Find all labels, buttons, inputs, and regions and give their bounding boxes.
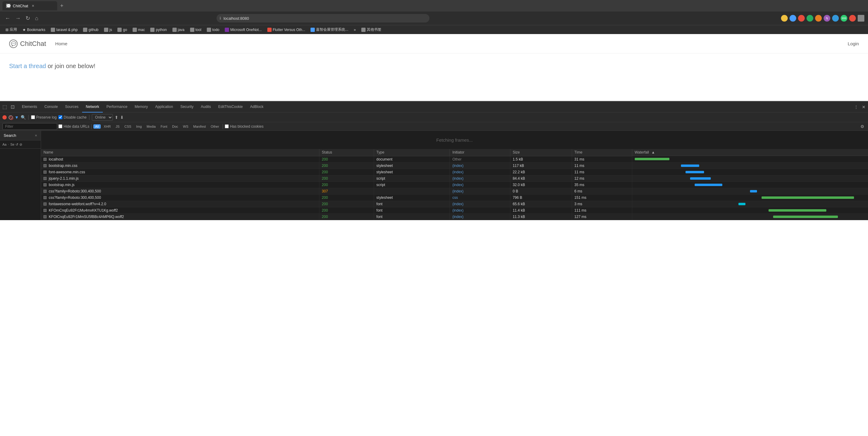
bookmark-todo[interactable]: todo [205, 27, 222, 33]
tab-application[interactable]: Application [151, 101, 177, 113]
col-initiator[interactable]: Initiator [450, 149, 510, 156]
bookmark-tool[interactable]: tool [188, 27, 204, 33]
bookmark-github[interactable]: github [81, 27, 101, 33]
col-type[interactable]: Type [374, 149, 450, 156]
table-row[interactable]: localhost 200 document Other 1.5 kB 31 m… [41, 156, 868, 162]
throttle-select[interactable]: Online [92, 114, 113, 121]
tab-elements[interactable]: Elements [18, 101, 41, 113]
table-row[interactable]: jquery-2.1.1.min.js 200 script (index) 8… [41, 175, 868, 182]
address-input[interactable]: ℹ localhost:8080 [217, 14, 429, 23]
forward-button[interactable]: → [14, 14, 22, 23]
has-blocked-cookies-label[interactable]: Has blocked cookies [225, 124, 264, 129]
col-status[interactable]: Status [319, 149, 374, 156]
record-button[interactable] [2, 115, 7, 120]
filter-input[interactable] [2, 123, 57, 130]
bookmark-flutter[interactable]: Flutter Versus Oth... [265, 27, 308, 33]
settings-button[interactable]: ⚙ [859, 123, 866, 129]
initiator-link[interactable]: css [452, 195, 458, 200]
sidebar-stop-button[interactable]: ⊘ [20, 143, 22, 147]
sidebar-btn-2[interactable]: Se [10, 143, 14, 146]
bookmark-more[interactable]: » [351, 27, 358, 33]
tab-performance[interactable]: Performance [103, 101, 131, 113]
extension-icon-3[interactable] [798, 15, 805, 22]
initiator-link[interactable]: (index) [452, 215, 464, 219]
bookmark-bookmarks[interactable]: ★ Bookmarks [20, 27, 48, 33]
bookmark-java[interactable]: java [170, 27, 187, 33]
start-thread-link[interactable]: Start a thread [9, 63, 46, 69]
hide-data-urls-label[interactable]: Hide data URLs [58, 124, 89, 129]
tab-console[interactable]: Console [41, 101, 61, 113]
filter-ws-button[interactable]: WS [181, 124, 190, 129]
filter-font-button[interactable]: Font [159, 124, 169, 129]
col-name[interactable]: Name [41, 149, 319, 156]
nav-home-link[interactable]: Home [55, 41, 67, 46]
sidebar-close-button[interactable]: × [35, 133, 37, 138]
devtools-inspect-button[interactable]: ⬚ [1, 103, 8, 111]
preserve-log-label[interactable]: Preserve log [31, 115, 57, 120]
table-row[interactable]: KFOlCnqEu92Fr1MmSU5fBBc4AMP6lQ.woff2 200… [41, 213, 868, 220]
col-time[interactable]: Time [572, 149, 632, 156]
table-row[interactable]: css?family=Roboto:300,400,500 200 styles… [41, 194, 868, 201]
initiator-link[interactable]: (index) [452, 208, 464, 213]
table-row[interactable]: css?family=Roboto:300,400,500 307 (index… [41, 188, 868, 194]
tab-memory[interactable]: Memory [131, 101, 151, 113]
filter-media-button[interactable]: Media [145, 124, 158, 129]
tab-adblock[interactable]: AdBlock [246, 101, 267, 113]
search-button[interactable]: 🔍 [21, 115, 26, 120]
bookmark-go[interactable]: go [115, 27, 129, 33]
bookmark-other[interactable]: 其他书签 [359, 27, 384, 33]
tab-editthiscookie[interactable]: EditThisCookie [215, 101, 247, 113]
disable-cache-checkbox[interactable] [58, 115, 62, 119]
user-avatar[interactable] [858, 15, 864, 22]
table-row[interactable]: font-awesome.min.css 200 stylesheet (ind… [41, 169, 868, 175]
sidebar-refresh-button[interactable]: ↺ [16, 143, 18, 147]
initiator-link[interactable]: (index) [452, 170, 464, 174]
has-blocked-cookies-checkbox[interactable] [225, 124, 229, 128]
bookmark-jiazhi[interactable]: 嘉智会展管理系统... [308, 27, 351, 33]
extension-icon-4[interactable] [807, 15, 813, 22]
devtools-more-button[interactable]: ⋮ [853, 104, 860, 110]
devtools-close-button[interactable]: ✕ [861, 104, 867, 110]
filter-other-button[interactable]: Other [209, 124, 221, 129]
bookmark-js[interactable]: js [101, 27, 115, 33]
filter-manifest-button[interactable]: Manifest [191, 124, 208, 129]
back-button[interactable]: ← [4, 14, 11, 23]
hide-data-urls-checkbox[interactable] [58, 124, 62, 128]
bookmark-python[interactable]: python [148, 27, 169, 33]
extension-icon-5[interactable] [815, 15, 822, 22]
filter-css-button[interactable]: CSS [123, 124, 133, 129]
col-size[interactable]: Size [510, 149, 572, 156]
nav-login-link[interactable]: Login [848, 41, 859, 46]
bookmark-apps[interactable]: ⊞ 应用 [3, 27, 20, 33]
bookmark-laravel[interactable]: laravel & php [49, 27, 80, 33]
initiator-link[interactable]: (index) [452, 183, 464, 187]
filter-doc-button[interactable]: Doc [170, 124, 180, 129]
extension-icon-8[interactable]: 999 [841, 15, 847, 22]
tab-security[interactable]: Security [177, 101, 197, 113]
table-row[interactable]: bootstrap.min.js 200 script (index) 32.0… [41, 182, 868, 188]
new-tab-button[interactable]: + [58, 3, 65, 9]
font-size-button[interactable]: Aa [2, 143, 6, 146]
reload-button[interactable]: ↻ [24, 14, 31, 23]
active-tab[interactable]: 💬 ChitChat × [2, 1, 57, 10]
extension-icon-1[interactable] [781, 15, 788, 22]
table-row[interactable]: KFOmCnqEu92Fr1Mu4mxKKTU1Kg.woff2 200 fon… [41, 207, 868, 213]
filter-js-button[interactable]: JS [114, 124, 121, 129]
initiator-link[interactable]: (index) [452, 202, 464, 206]
initiator-link[interactable]: (index) [452, 176, 464, 181]
clear-button[interactable]: 🚫 [8, 115, 13, 120]
extension-icon-9[interactable] [849, 15, 856, 22]
extension-icon-6[interactable]: N [824, 15, 830, 22]
extension-icon-2[interactable] [789, 15, 796, 22]
col-waterfall[interactable]: Waterfall▲ [632, 149, 868, 156]
filter-all-button[interactable]: All [93, 124, 101, 129]
devtools-device-button[interactable]: ⊡ [9, 103, 16, 111]
filter-img-button[interactable]: Img [134, 124, 144, 129]
table-row[interactable]: bootstrap.min.css 200 stylesheet (index)… [41, 162, 868, 169]
filter-xhr-button[interactable]: XHR [102, 124, 113, 129]
bookmark-onenote[interactable]: Microsoft OneNot... [222, 27, 264, 33]
tab-close-button[interactable]: × [32, 3, 34, 8]
filter-icon[interactable]: ▼ [14, 115, 19, 120]
table-row[interactable]: fontawesome-webfont.woff?v=4.2.0 200 fon… [41, 201, 868, 207]
home-button[interactable]: ⌂ [34, 14, 39, 23]
